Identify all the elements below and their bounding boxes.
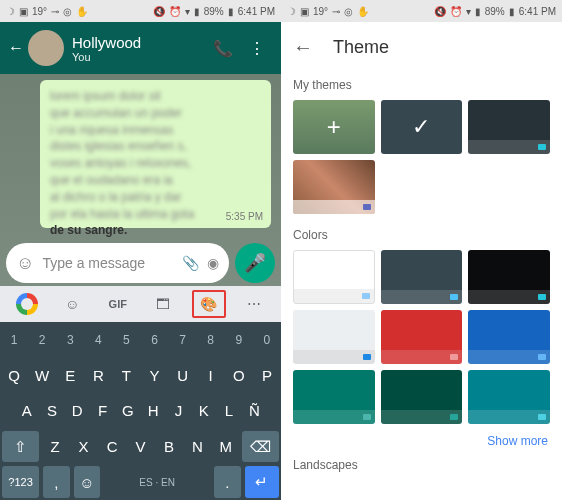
key-y[interactable]: Y [142, 360, 166, 392]
key-ñ[interactable]: Ñ [244, 395, 265, 427]
translate-icon[interactable]: 🗔 [146, 290, 180, 318]
key-x[interactable]: X [71, 431, 95, 463]
key-5[interactable]: 5 [114, 324, 138, 356]
comma-key[interactable]: , [43, 466, 70, 498]
key-p[interactable]: P [255, 360, 279, 392]
sticker-icon[interactable]: ☺ [55, 290, 89, 318]
key-3[interactable]: 3 [58, 324, 82, 356]
palette-icon[interactable]: 🎨 [192, 290, 226, 318]
avatar[interactable] [28, 30, 64, 66]
keyboard: 1234567890 QWERTYUIOP ASDFGHJKLÑ ⇧ ZXCVB… [0, 322, 281, 500]
back-icon[interactable]: ← [8, 39, 24, 57]
key-f[interactable]: F [92, 395, 113, 427]
camera-icon[interactable]: ◉ [207, 255, 219, 271]
key-k[interactable]: K [193, 395, 214, 427]
color-tile[interactable] [293, 370, 375, 424]
key-u[interactable]: U [171, 360, 195, 392]
key-1[interactable]: 1 [2, 324, 26, 356]
key-icon: ⊸ [332, 6, 340, 17]
hand-icon: ✋ [357, 6, 369, 17]
color-tile[interactable] [381, 250, 463, 304]
key-a[interactable]: A [16, 395, 37, 427]
color-tile[interactable] [293, 310, 375, 364]
chat-area[interactable]: lorem ipsum dolor sit que accumulan un p… [0, 74, 281, 240]
key-q[interactable]: Q [2, 360, 26, 392]
battery-pct: 89% [485, 6, 505, 17]
key-s[interactable]: S [41, 395, 62, 427]
call-icon[interactable]: 📞 [205, 39, 241, 58]
mic-button[interactable]: 🎤 [235, 243, 275, 283]
clock: 6:41 PM [519, 6, 556, 17]
contact-sub: You [72, 51, 141, 63]
color-tile[interactable] [381, 310, 463, 364]
color-tile[interactable] [468, 250, 550, 304]
key-n[interactable]: N [185, 431, 209, 463]
temp: 19° [313, 6, 328, 17]
key-b[interactable]: B [157, 431, 181, 463]
key-o[interactable]: O [227, 360, 251, 392]
status-bar: ☽ ▣ 19° ⊸ ◎ ✋ 🔇 ⏰ ▾ ▮ 89% ▮ 6:41 PM [0, 0, 281, 22]
color-tile[interactable] [468, 310, 550, 364]
key-4[interactable]: 4 [86, 324, 110, 356]
add-theme-tile[interactable]: + [293, 100, 375, 154]
attach-icon[interactable]: 📎 [182, 255, 199, 271]
color-tile[interactable] [381, 370, 463, 424]
key-r[interactable]: R [86, 360, 110, 392]
enter-key[interactable]: ↵ [245, 466, 279, 498]
message-input[interactable]: ☺ Type a message 📎 ◉ [6, 243, 229, 283]
symbols-key[interactable]: ?123 [2, 466, 39, 498]
key-c[interactable]: C [100, 431, 124, 463]
period-key[interactable]: . [214, 466, 241, 498]
mute-icon: 🔇 [153, 6, 165, 17]
temp: 19° [32, 6, 47, 17]
space-key[interactable]: ES · EN [104, 466, 210, 498]
key-j[interactable]: J [168, 395, 189, 427]
color-tile[interactable] [468, 370, 550, 424]
message-time: 5:35 PM [226, 210, 263, 224]
gallery-icon: ▣ [19, 6, 28, 17]
emoji-icon[interactable]: ☺ [16, 253, 34, 274]
google-icon[interactable] [10, 290, 44, 318]
show-more-link[interactable]: Show more [281, 424, 562, 458]
theme-tile-selected[interactable]: ✓ [381, 100, 463, 154]
more-icon[interactable]: ⋮ [241, 39, 273, 58]
key-e[interactable]: E [58, 360, 82, 392]
key-g[interactable]: G [117, 395, 138, 427]
key-m[interactable]: M [214, 431, 238, 463]
key-w[interactable]: W [30, 360, 54, 392]
key-icon: ⊸ [51, 6, 59, 17]
color-tile[interactable] [293, 250, 375, 304]
alarm-icon: ⏰ [450, 6, 462, 17]
theme-tile[interactable] [468, 100, 550, 154]
more-icon[interactable]: ⋯ [237, 290, 271, 318]
key-7[interactable]: 7 [171, 324, 195, 356]
back-icon[interactable]: ← [293, 36, 313, 59]
section-landscapes: Landscapes [281, 458, 562, 472]
moon-icon: ☽ [287, 6, 296, 17]
signal-icon: ▮ [194, 6, 200, 17]
hand-icon: ✋ [76, 6, 88, 17]
section-colors: Colors [293, 228, 550, 242]
key-2[interactable]: 2 [30, 324, 54, 356]
mute-icon: 🔇 [434, 6, 446, 17]
key-9[interactable]: 9 [227, 324, 251, 356]
key-6[interactable]: 6 [142, 324, 166, 356]
backspace-key[interactable]: ⌫ [242, 431, 279, 463]
theme-tile-image[interactable] [293, 160, 375, 214]
emoji-key[interactable]: ☺ [74, 466, 101, 498]
message-bubble[interactable]: lorem ipsum dolor sit que accumulan un p… [40, 80, 271, 228]
gallery-icon: ▣ [300, 6, 309, 17]
key-8[interactable]: 8 [199, 324, 223, 356]
gif-button[interactable]: GIF [101, 290, 135, 318]
key-l[interactable]: L [218, 395, 239, 427]
key-i[interactable]: I [199, 360, 223, 392]
key-z[interactable]: Z [43, 431, 67, 463]
key-d[interactable]: D [67, 395, 88, 427]
shift-key[interactable]: ⇧ [2, 431, 39, 463]
key-h[interactable]: H [142, 395, 163, 427]
key-v[interactable]: V [128, 431, 152, 463]
key-t[interactable]: T [114, 360, 138, 392]
moon-icon: ☽ [6, 6, 15, 17]
contact-name: Hollywood [72, 34, 141, 51]
key-0[interactable]: 0 [255, 324, 279, 356]
